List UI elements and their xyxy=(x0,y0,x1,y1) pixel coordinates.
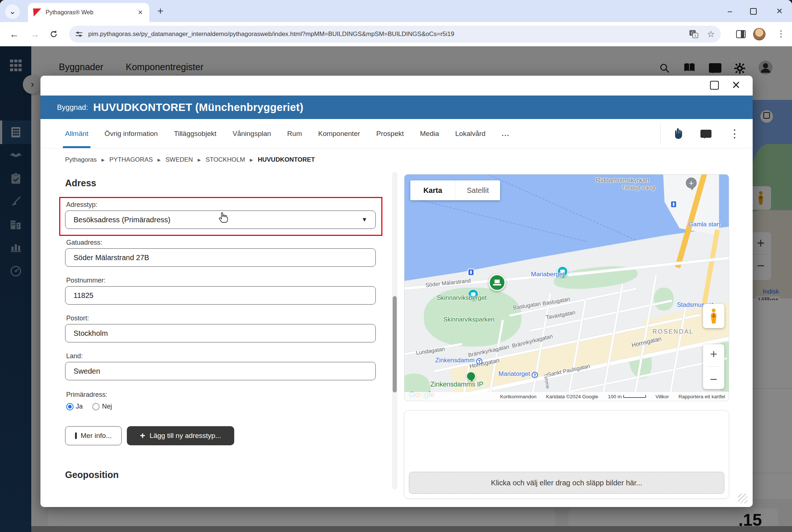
kortkommandon-link[interactable]: Kortkommandon xyxy=(500,394,536,399)
tab-overflow[interactable]: ... xyxy=(502,119,510,148)
tab-komponenter[interactable]: Komponenter xyxy=(318,119,360,148)
dialog-tabbar: Allmänt Övrig information Tilläggsobjekt… xyxy=(40,119,753,148)
tab-allmant[interactable]: Allmänt xyxy=(65,119,88,148)
radio-ja[interactable] xyxy=(66,403,74,410)
map-zoom-control: + − xyxy=(703,344,724,389)
tab-prospekt[interactable]: Prospekt xyxy=(376,119,404,148)
land-value: Sweden xyxy=(74,367,100,375)
translate-icon[interactable]: Ga xyxy=(689,30,699,39)
postnummer-input[interactable]: 11825 xyxy=(65,286,376,305)
transit-icon: T xyxy=(532,372,538,378)
map-label: Mariaberget xyxy=(531,271,564,278)
pegman-control[interactable] xyxy=(703,304,724,328)
ferry-route-line xyxy=(414,198,587,242)
breadcrumb-sep-icon: ▶ xyxy=(250,158,253,162)
dialog-resize-grip[interactable] xyxy=(738,494,748,503)
reload-icon[interactable] xyxy=(49,30,58,39)
map-attribution: Kortkommandon Kartdata ©2024 Google 100 … xyxy=(404,392,729,401)
screen: ⌄ Pythagoras® Web × + − × ← → pim.pythag… xyxy=(0,0,792,532)
breadcrumb-item[interactable]: STOCKHOLM xyxy=(206,156,245,163)
tab-tillaggsobjekt[interactable]: Tilläggsobjekt xyxy=(174,119,216,148)
primaradress-radio-group: Ja Nej xyxy=(66,403,120,410)
browser-tab[interactable]: Pythagoras® Web × xyxy=(28,3,149,22)
postort-input[interactable]: Stockholm xyxy=(65,324,376,342)
dialog-menu-icon[interactable]: ⋮ xyxy=(729,127,740,140)
adresstyp-label: Adresstyp: xyxy=(66,201,97,209)
url-bar[interactable]: pim.pythagoras.se/py_datamanager_interna… xyxy=(69,26,721,43)
image-dropzone[interactable]: Klicka och välj eller drag och släpp bil… xyxy=(409,472,724,494)
tab-search-chevron-icon[interactable]: ⌄ xyxy=(5,4,20,19)
images-card: Klicka och välj eller drag och släpp bil… xyxy=(404,410,729,499)
map[interactable]: + Riddarholmskyrkan Tillfälligt stängt G… xyxy=(404,174,729,401)
tab-rum[interactable]: Rum xyxy=(287,119,302,148)
comments-icon[interactable] xyxy=(700,130,711,138)
browser-menu-icon[interactable]: ⋮ xyxy=(777,29,785,39)
back-button[interactable]: ← xyxy=(10,29,19,40)
window-minimize-button[interactable]: − xyxy=(727,7,732,17)
breadcrumb-item[interactable]: SWEDEN xyxy=(165,156,193,163)
map-label: Gamla stan xyxy=(688,221,720,228)
plus-icon: + xyxy=(140,431,145,441)
dialog-close-button[interactable]: × xyxy=(732,77,740,93)
browser-toolbar: ← → pim.pythagoras.se/py_datamanager_int… xyxy=(0,22,792,46)
primaradress-label: Primäradress: xyxy=(66,391,107,399)
tab-close-icon[interactable]: × xyxy=(136,8,144,17)
map-label: Zinkensdamm T xyxy=(435,357,483,364)
postort-value: Stockholm xyxy=(74,329,108,338)
site-info-icon[interactable] xyxy=(75,30,83,38)
rapportera-link[interactable]: Rapportera ett kartfel xyxy=(678,394,725,399)
tab-vaningsplan[interactable]: Våningsplan xyxy=(233,119,271,148)
add-addresstype-button[interactable]: + Lägg till ny adresstyp... xyxy=(127,426,234,445)
postort-label: Postort: xyxy=(66,314,89,322)
grab-hand-icon[interactable] xyxy=(673,127,683,140)
url-text[interactable]: pim.pythagoras.se/py_datamanager_interna… xyxy=(88,30,689,38)
ferry-terminal-icon xyxy=(670,201,677,208)
window-maximize-button[interactable] xyxy=(750,8,757,15)
dialog-title: HUVUDKONTORET (Münchenbryggeriet) xyxy=(93,101,304,114)
pythagoras-favicon-icon xyxy=(33,8,41,17)
villkor-link[interactable]: Villkor xyxy=(656,394,669,399)
sports-field-pin[interactable] xyxy=(466,371,476,381)
radio-nej[interactable] xyxy=(92,403,100,410)
address-heading: Adress xyxy=(65,178,96,188)
map-label: Skinnarviksberget xyxy=(437,294,486,302)
breadcrumb-current: HUVUDKONTORET xyxy=(258,156,315,163)
radio-nej-label[interactable]: Nej xyxy=(102,403,112,410)
browser-profile-avatar[interactable] xyxy=(753,28,766,40)
side-panel-icon[interactable] xyxy=(736,30,746,38)
map-toggle-satellit[interactable]: Satellit xyxy=(455,180,500,200)
map-scale: 100 m xyxy=(608,394,646,399)
bookmark-star-icon[interactable]: ☆ xyxy=(707,29,715,39)
dialog-maximize-button[interactable] xyxy=(710,81,719,90)
mouse-cursor-hand xyxy=(218,212,229,224)
zoom-in-button[interactable]: + xyxy=(710,347,717,361)
breadcrumb-item[interactable]: PYTHAGORAS xyxy=(109,156,153,163)
ferry-terminal-icon xyxy=(468,269,474,276)
map-label: Skinnarviksparken xyxy=(443,316,495,323)
church-marker-icon[interactable]: + xyxy=(685,177,698,189)
zoom-out-button[interactable]: − xyxy=(710,372,717,387)
tab-lokalvard[interactable]: Lokalvård xyxy=(455,119,485,148)
breadcrumb-item[interactable]: Pythagoras xyxy=(65,156,97,163)
form-scrollbar-thumb[interactable] xyxy=(393,296,397,392)
window-close-button[interactable]: × xyxy=(777,5,782,17)
building-dialog: × Byggnad: HUVUDKONTORET (Münchenbrygger… xyxy=(40,76,753,507)
tab-media[interactable]: Media xyxy=(420,119,439,148)
breadcrumb-sep-icon: ▶ xyxy=(101,158,104,162)
new-tab-button[interactable]: + xyxy=(157,5,163,17)
map-park xyxy=(654,288,674,310)
radio-ja-label[interactable]: Ja xyxy=(76,403,83,410)
map-label: Tillfälligt stängt xyxy=(622,185,656,191)
map-label: Riddarholmskyrkan xyxy=(596,177,649,184)
form-scrollbar[interactable] xyxy=(392,172,397,489)
forward-button[interactable]: → xyxy=(30,29,40,40)
geoposition-heading: Geoposition xyxy=(65,470,119,480)
mer-info-button[interactable]: Mer info... xyxy=(65,426,122,445)
map-type-toggle: Karta Satellit xyxy=(410,180,500,200)
map-label: ROSENDAL xyxy=(653,328,694,335)
postnummer-value: 11825 xyxy=(74,291,93,300)
gatuadress-input[interactable]: Söder Mälarstrand 27B xyxy=(65,248,376,267)
tab-ovrig-information[interactable]: Övrig information xyxy=(104,119,158,148)
map-toggle-karta[interactable]: Karta xyxy=(410,180,455,200)
land-input[interactable]: Sweden xyxy=(65,362,376,380)
